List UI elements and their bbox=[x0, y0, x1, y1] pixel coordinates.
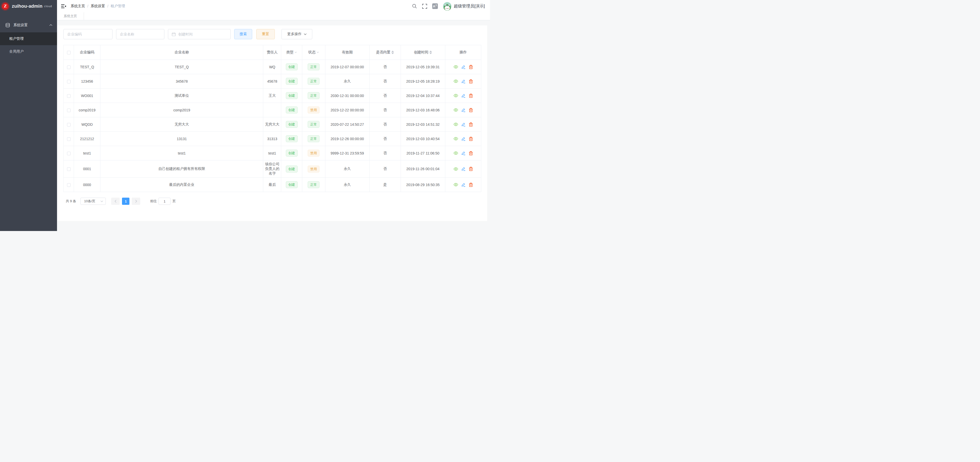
table-row: WO001 测试单位 王大 创建 正常 2030-12-31 00:00:00 … bbox=[64, 89, 481, 103]
language-icon[interactable]: A文 bbox=[432, 3, 438, 9]
sidebar-item-label: 系统设置 bbox=[13, 23, 49, 27]
sort-caret-icon[interactable] bbox=[391, 51, 394, 54]
tenant-type-cell: 创建 bbox=[281, 103, 302, 117]
edit-pencil-icon[interactable] bbox=[461, 65, 466, 69]
tenant-created-cell: 2019-11-26 00:01:04 bbox=[401, 160, 445, 178]
search-icon[interactable] bbox=[412, 3, 417, 9]
select-all-checkbox[interactable] bbox=[67, 51, 71, 54]
row-checkbox[interactable] bbox=[67, 65, 71, 69]
row-checkbox[interactable] bbox=[67, 183, 71, 187]
user-menu[interactable]: 超级管理员[演示] bbox=[443, 2, 485, 11]
view-eye-icon[interactable] bbox=[453, 183, 458, 186]
reset-button[interactable]: 重置 bbox=[256, 29, 275, 39]
row-checkbox[interactable] bbox=[67, 94, 71, 98]
delete-trash-icon[interactable] bbox=[469, 137, 473, 141]
row-checkbox[interactable] bbox=[67, 109, 71, 112]
tenant-code-input[interactable] bbox=[67, 32, 109, 36]
status-tag: 正常 bbox=[308, 78, 320, 85]
delete-trash-icon[interactable] bbox=[469, 167, 473, 171]
tenant-code-field[interactable] bbox=[64, 29, 113, 39]
tenant-name-input[interactable] bbox=[120, 32, 161, 36]
column-header-expire: 有效期 bbox=[325, 45, 369, 60]
tenant-owner-cell: 无穷大大 bbox=[263, 117, 281, 132]
pagination-goto: 前往 页 bbox=[150, 198, 176, 205]
edit-pencil-icon[interactable] bbox=[461, 122, 466, 127]
edit-pencil-icon[interactable] bbox=[461, 108, 466, 112]
delete-trash-icon[interactable] bbox=[469, 183, 473, 187]
tenant-name-field[interactable] bbox=[116, 29, 164, 39]
tenant-created-cell: 2019-08-29 16:50:35 bbox=[401, 178, 445, 192]
app-logo[interactable]: Z zuihou-admin cloud bbox=[0, 0, 57, 12]
view-eye-icon[interactable] bbox=[453, 108, 458, 112]
view-eye-icon[interactable] bbox=[453, 137, 458, 140]
view-eye-icon[interactable] bbox=[453, 65, 458, 68]
column-header-status[interactable]: 状态 bbox=[302, 45, 325, 60]
tenant-owner-cell: test1 bbox=[263, 146, 281, 160]
page-size-select[interactable]: 10条/页 bbox=[80, 198, 106, 205]
edit-pencil-icon[interactable] bbox=[461, 167, 466, 171]
page-number-1[interactable]: 1 bbox=[122, 198, 129, 205]
fullscreen-icon[interactable] bbox=[422, 4, 427, 9]
avatar bbox=[443, 2, 452, 11]
tenant-type-cell: 创建 bbox=[281, 178, 302, 192]
edit-pencil-icon[interactable] bbox=[461, 151, 466, 155]
view-eye-icon[interactable] bbox=[453, 167, 458, 171]
tenant-ops-cell bbox=[445, 146, 481, 160]
status-tag: 禁用 bbox=[308, 106, 320, 113]
breadcrumb-home[interactable]: 系统主页 bbox=[71, 4, 85, 8]
edit-pencil-icon[interactable] bbox=[461, 183, 466, 187]
view-eye-icon[interactable] bbox=[453, 123, 458, 126]
row-checkbox[interactable] bbox=[67, 152, 71, 155]
row-checkbox[interactable] bbox=[67, 123, 71, 127]
tenant-type-cell: 创建 bbox=[281, 89, 302, 103]
tenant-expire-cell: 2020-07-22 14:50:27 bbox=[325, 117, 369, 132]
tenant-created-cell: 2019-12-05 18:28:19 bbox=[401, 74, 445, 89]
edit-pencil-icon[interactable] bbox=[461, 79, 466, 83]
row-checkbox[interactable] bbox=[67, 137, 71, 141]
edit-pencil-icon[interactable] bbox=[461, 94, 466, 98]
search-button[interactable]: 搜索 bbox=[234, 29, 252, 39]
delete-trash-icon[interactable] bbox=[469, 108, 473, 112]
delete-trash-icon[interactable] bbox=[469, 79, 473, 83]
delete-trash-icon[interactable] bbox=[469, 94, 473, 98]
tenant-type-cell: 创建 bbox=[281, 60, 302, 74]
delete-trash-icon[interactable] bbox=[469, 122, 473, 127]
row-checkbox[interactable] bbox=[67, 167, 71, 171]
column-header-builtin[interactable]: 是否内置 bbox=[369, 45, 401, 60]
row-checkbox[interactable] bbox=[67, 80, 71, 83]
user-name: 超级管理员[演示] bbox=[454, 3, 485, 9]
tenant-ops-cell bbox=[445, 132, 481, 146]
status-tag: 正常 bbox=[308, 181, 320, 188]
table-row: comp2019 comp2019 创建 禁用 2023-12-22 00:00… bbox=[64, 103, 481, 117]
sidebar-item-system-settings[interactable]: 系统设置 bbox=[0, 18, 57, 32]
view-eye-icon[interactable] bbox=[453, 79, 458, 83]
tenant-name-cell: 13131 bbox=[100, 132, 263, 146]
column-header-type[interactable]: 类型 bbox=[281, 45, 302, 60]
sidebar-fold-icon[interactable] bbox=[61, 4, 66, 8]
column-header-created[interactable]: 创建时间 bbox=[401, 45, 445, 60]
delete-trash-icon[interactable] bbox=[469, 151, 473, 155]
next-page-button[interactable] bbox=[132, 198, 140, 205]
tenant-created-cell: 2019-12-04 10:37:44 bbox=[401, 89, 445, 103]
goto-suffix: 页 bbox=[172, 199, 176, 203]
tab-system-home[interactable]: 系统主页 bbox=[57, 12, 84, 20]
sort-caret-icon[interactable] bbox=[430, 51, 432, 54]
prev-page-button[interactable] bbox=[111, 198, 120, 205]
created-time-field[interactable] bbox=[168, 29, 231, 39]
chevron-left-icon bbox=[115, 200, 116, 203]
more-actions-button[interactable]: 更多操作 bbox=[282, 29, 312, 39]
tenant-ops-cell bbox=[445, 178, 481, 192]
created-time-input[interactable] bbox=[178, 32, 227, 36]
goto-page-input[interactable] bbox=[159, 198, 170, 205]
table-header-row: 企业编码 企业名称 责任人 类型 状态 bbox=[64, 45, 481, 60]
sidebar-item-global-users[interactable]: 全局用户 bbox=[0, 45, 57, 58]
tenant-owner-cell: 王大 bbox=[263, 89, 281, 103]
view-eye-icon[interactable] bbox=[453, 94, 458, 97]
column-header-code: 企业编码 bbox=[74, 45, 100, 60]
edit-pencil-icon[interactable] bbox=[461, 137, 466, 141]
delete-trash-icon[interactable] bbox=[469, 65, 473, 69]
view-eye-icon[interactable] bbox=[453, 151, 458, 155]
sidebar-item-tenant-management[interactable]: 租户管理 bbox=[0, 32, 57, 45]
breadcrumb-system-settings[interactable]: 系统设置 bbox=[91, 4, 105, 8]
tenant-status-cell: 正常 bbox=[302, 132, 325, 146]
